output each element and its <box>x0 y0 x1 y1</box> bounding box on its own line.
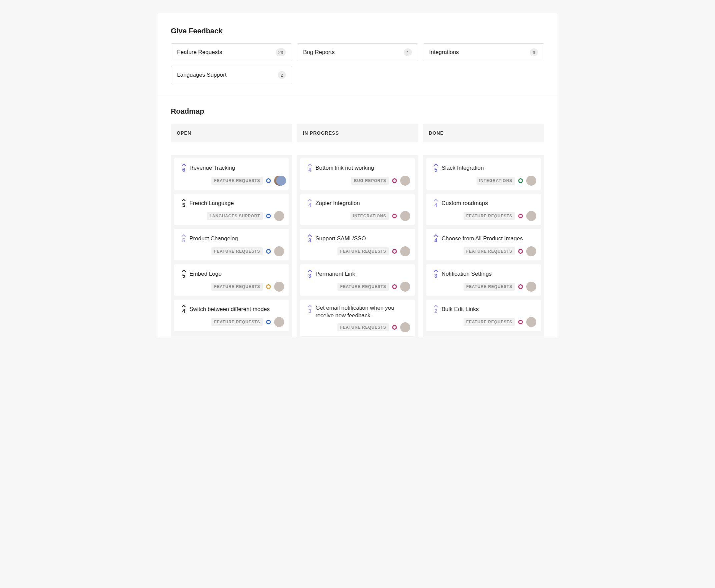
status-circle-icon <box>392 214 397 218</box>
card-vote-count: 4 <box>434 202 437 208</box>
status-circle-icon <box>518 249 523 254</box>
chevron-up-icon <box>433 198 438 202</box>
chevron-up-icon <box>433 269 438 272</box>
card-footer: FEATURE REQUESTS <box>315 282 410 292</box>
status-circle-icon <box>266 284 271 289</box>
card-vote-widget[interactable]: 2 <box>430 304 442 314</box>
roadmap-card[interactable]: 5 Product Changelog FEATURE REQUESTS <box>174 229 289 260</box>
status-circle-icon <box>392 284 397 289</box>
card-footer: FEATURE REQUESTS <box>442 282 536 292</box>
feedback-board-label: Bug Reports <box>303 49 335 56</box>
card-vote-widget[interactable]: 5 <box>178 269 189 279</box>
card-avatar <box>274 282 284 292</box>
status-circle-icon <box>266 178 271 183</box>
card-vote-count: 6 <box>182 167 185 173</box>
roadmap-card[interactable]: 4 Switch between different modes FEATURE… <box>174 300 289 331</box>
card-category-badge: FEATURE REQUESTS <box>211 177 263 185</box>
status-circle-icon <box>518 284 523 289</box>
card-title: Bulk Edit Links <box>442 306 536 313</box>
roadmap-card[interactable]: 2 Bulk Edit Links FEATURE REQUESTS <box>426 300 541 331</box>
card-vote-widget[interactable]: 3 <box>304 269 315 279</box>
roadmap-card[interactable]: 5 French Language LANGUAGES SUPPORT <box>174 194 289 225</box>
card-avatar <box>274 246 284 256</box>
card-footer: FEATURE REQUESTS <box>442 317 536 327</box>
roadmap-card[interactable]: 3 Permanent Link FEATURE REQUESTS <box>300 264 415 296</box>
card-title: Zapier Integration <box>315 200 410 207</box>
card-category-badge: FEATURE REQUESTS <box>211 247 263 255</box>
card-vote-widget[interactable]: 3 <box>430 269 442 279</box>
chevron-up-icon <box>307 234 312 237</box>
card-avatar <box>274 211 284 221</box>
chevron-up-icon <box>307 304 312 308</box>
feedback-board-button[interactable]: Languages Support 2 <box>171 66 292 84</box>
roadmap-card[interactable]: 3 Notification Settings FEATURE REQUESTS <box>426 264 541 296</box>
card-vote-count: 2 <box>434 308 437 314</box>
roadmap-card[interactable]: 4 Choose from All Product Images FEATURE… <box>426 229 541 260</box>
card-category-badge: FEATURE REQUESTS <box>464 283 515 291</box>
roadmap-card[interactable]: 5 Embed Logo FEATURE REQUESTS <box>174 264 289 296</box>
card-avatar <box>274 317 284 327</box>
roadmap-column-body: 5 Slack Integration INTEGRATIONS 4 Custo… <box>423 155 544 337</box>
roadmap-card[interactable]: 3 Get email notification when you receiv… <box>300 300 415 336</box>
card-vote-widget[interactable]: 4 <box>304 198 315 208</box>
roadmap-card[interactable]: 6 Revenue Tracking FEATURE REQUESTS <box>174 158 289 190</box>
chevron-up-icon <box>433 234 438 237</box>
card-footer: BUG REPORTS <box>315 176 410 186</box>
status-circle-icon <box>392 249 397 254</box>
card-vote-widget[interactable]: 4 <box>430 198 442 208</box>
feedback-board-button[interactable]: Integrations 3 <box>423 43 544 61</box>
card-avatar <box>526 176 536 186</box>
card-avatar <box>400 211 410 221</box>
card-footer: FEATURE REQUESTS <box>189 246 284 256</box>
card-category-badge: FEATURE REQUESTS <box>338 247 389 255</box>
card-vote-widget[interactable]: 4 <box>430 234 442 244</box>
card-category-badge: FEATURE REQUESTS <box>338 323 389 331</box>
card-category-badge: FEATURE REQUESTS <box>464 247 515 255</box>
card-title: Embed Logo <box>189 270 284 278</box>
roadmap-column-bodies: 6 Revenue Tracking FEATURE REQUESTS 5 Fr… <box>171 150 544 337</box>
feedback-board-label: Integrations <box>429 49 459 56</box>
card-title: Get email notification when you receive … <box>315 304 410 320</box>
card-vote-widget[interactable]: 5 <box>178 198 189 208</box>
card-vote-count: 5 <box>182 273 185 279</box>
card-vote-count: 3 <box>308 273 311 279</box>
card-vote-count: 3 <box>434 273 437 279</box>
status-circle-icon <box>392 325 397 330</box>
card-vote-widget[interactable]: 4 <box>178 304 189 314</box>
roadmap-card[interactable]: 4 Bottom link not working BUG REPORTS <box>300 158 415 190</box>
card-title: Support SAML/SSO <box>315 235 410 243</box>
roadmap-title: Roadmap <box>171 107 544 115</box>
card-category-badge: INTEGRATIONS <box>350 212 389 220</box>
card-category-badge: FEATURE REQUESTS <box>338 283 389 291</box>
card-category-badge: FEATURE REQUESTS <box>464 212 515 220</box>
card-avatar <box>526 282 536 292</box>
card-vote-widget[interactable]: 3 <box>304 304 315 320</box>
card-vote-count: 5 <box>182 238 185 244</box>
card-vote-widget[interactable]: 4 <box>304 163 315 173</box>
roadmap-card[interactable]: 3 Support SAML/SSO FEATURE REQUESTS <box>300 229 415 260</box>
chevron-up-icon <box>181 163 186 166</box>
feedback-board-button[interactable]: Feature Requests 23 <box>171 43 292 61</box>
card-vote-widget[interactable]: 5 <box>178 234 189 244</box>
card-title: Choose from All Product Images <box>442 235 536 243</box>
status-circle-icon <box>518 214 523 218</box>
card-category-badge: FEATURE REQUESTS <box>464 318 515 326</box>
roadmap-card[interactable]: 5 Slack Integration INTEGRATIONS <box>426 158 541 190</box>
card-vote-widget[interactable]: 3 <box>304 234 315 244</box>
roadmap-card[interactable]: 4 Zapier Integration INTEGRATIONS <box>300 194 415 225</box>
card-vote-widget[interactable]: 6 <box>178 163 189 173</box>
chevron-up-icon <box>307 198 312 202</box>
feedback-board-label: Feature Requests <box>177 49 222 56</box>
feedback-board-button[interactable]: Bug Reports 1 <box>297 43 418 61</box>
roadmap-column-header: OPEN <box>171 124 292 142</box>
roadmap-column-body: 6 Revenue Tracking FEATURE REQUESTS 5 Fr… <box>171 155 292 337</box>
roadmap-card[interactable]: 4 Custom roadmaps FEATURE REQUESTS <box>426 194 541 225</box>
feedback-board-count: 3 <box>530 48 538 56</box>
card-title: Bottom link not working <box>315 164 410 172</box>
card-category-badge: FEATURE REQUESTS <box>211 318 263 326</box>
card-vote-count: 4 <box>434 238 437 244</box>
card-vote-widget[interactable]: 5 <box>430 163 442 173</box>
feedback-board-label: Languages Support <box>177 72 226 78</box>
card-category-badge: FEATURE REQUESTS <box>211 283 263 291</box>
feedback-board-count: 23 <box>276 48 286 56</box>
